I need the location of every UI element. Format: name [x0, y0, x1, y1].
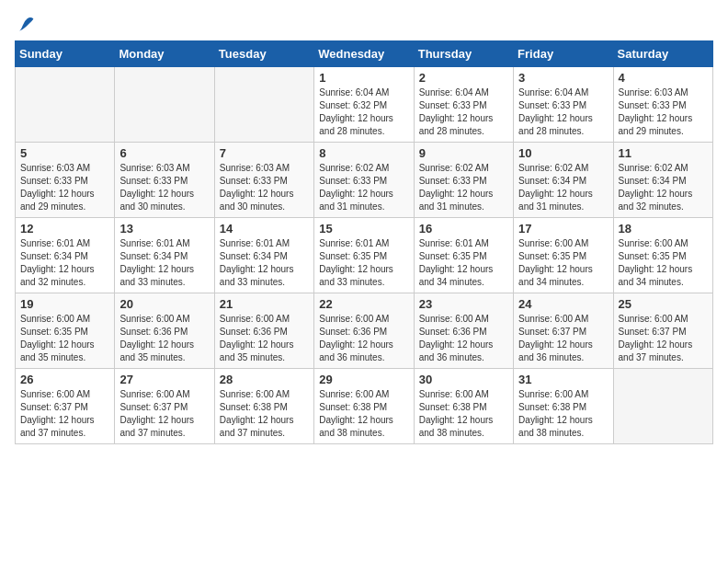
- calendar-cell: 10Sunrise: 6:02 AM Sunset: 6:34 PM Dayli…: [514, 143, 613, 218]
- day-number: 10: [518, 146, 608, 160]
- calendar-cell: [16, 67, 115, 143]
- day-number: 25: [619, 297, 708, 311]
- day-info: Sunrise: 6:01 AM Sunset: 6:35 PM Dayligh…: [419, 237, 508, 289]
- calendar-week-row: 26Sunrise: 6:00 AM Sunset: 6:37 PM Dayli…: [16, 369, 713, 444]
- day-number: 29: [319, 373, 408, 386]
- day-number: 17: [518, 222, 608, 236]
- day-info: Sunrise: 6:04 AM Sunset: 6:33 PM Dayligh…: [518, 86, 608, 138]
- day-number: 15: [319, 222, 408, 236]
- calendar-cell: 7Sunrise: 6:03 AM Sunset: 6:33 PM Daylig…: [214, 143, 313, 218]
- logo: [15, 15, 35, 33]
- day-info: Sunrise: 6:00 AM Sunset: 6:37 PM Dayligh…: [619, 313, 708, 364]
- day-info: Sunrise: 6:00 AM Sunset: 6:35 PM Dayligh…: [20, 313, 109, 364]
- day-info: Sunrise: 6:02 AM Sunset: 6:33 PM Dayligh…: [319, 162, 408, 213]
- day-number: 31: [518, 373, 608, 386]
- day-number: 24: [518, 297, 608, 311]
- day-number: 3: [518, 71, 608, 85]
- day-number: 18: [619, 222, 708, 236]
- calendar-cell: 17Sunrise: 6:00 AM Sunset: 6:35 PM Dayli…: [514, 218, 613, 293]
- day-number: 12: [20, 222, 109, 236]
- day-number: 28: [220, 373, 309, 386]
- calendar-cell: 1Sunrise: 6:04 AM Sunset: 6:32 PM Daylig…: [314, 67, 414, 143]
- day-of-week-header: Saturday: [613, 41, 712, 67]
- day-number: 16: [419, 222, 508, 236]
- page-header: [15, 15, 713, 33]
- calendar-cell: [214, 67, 313, 143]
- calendar-cell: 23Sunrise: 6:00 AM Sunset: 6:36 PM Dayli…: [414, 293, 513, 369]
- calendar-cell: 21Sunrise: 6:00 AM Sunset: 6:36 PM Dayli…: [214, 293, 313, 369]
- calendar-cell: 26Sunrise: 6:00 AM Sunset: 6:37 PM Dayli…: [16, 369, 115, 444]
- calendar-cell: 6Sunrise: 6:03 AM Sunset: 6:33 PM Daylig…: [115, 143, 214, 218]
- calendar-cell: 28Sunrise: 6:00 AM Sunset: 6:38 PM Dayli…: [214, 369, 313, 444]
- day-info: Sunrise: 6:00 AM Sunset: 6:38 PM Dayligh…: [419, 388, 508, 440]
- day-number: 23: [419, 297, 508, 311]
- day-of-week-header: Thursday: [414, 41, 513, 67]
- day-info: Sunrise: 6:02 AM Sunset: 6:34 PM Dayligh…: [619, 162, 708, 213]
- day-info: Sunrise: 6:00 AM Sunset: 6:38 PM Dayligh…: [220, 388, 309, 440]
- day-info: Sunrise: 6:00 AM Sunset: 6:37 PM Dayligh…: [20, 388, 109, 440]
- day-info: Sunrise: 6:01 AM Sunset: 6:34 PM Dayligh…: [220, 237, 309, 289]
- calendar-cell: 9Sunrise: 6:02 AM Sunset: 6:33 PM Daylig…: [414, 143, 513, 218]
- day-info: Sunrise: 6:00 AM Sunset: 6:36 PM Dayligh…: [419, 313, 508, 364]
- day-info: Sunrise: 6:00 AM Sunset: 6:36 PM Dayligh…: [220, 313, 309, 364]
- calendar-week-row: 5Sunrise: 6:03 AM Sunset: 6:33 PM Daylig…: [16, 143, 713, 218]
- day-info: Sunrise: 6:00 AM Sunset: 6:37 PM Dayligh…: [518, 313, 608, 364]
- calendar-cell: 19Sunrise: 6:00 AM Sunset: 6:35 PM Dayli…: [16, 293, 115, 369]
- day-info: Sunrise: 6:03 AM Sunset: 6:33 PM Dayligh…: [619, 86, 708, 138]
- calendar-cell: 27Sunrise: 6:00 AM Sunset: 6:37 PM Dayli…: [115, 369, 214, 444]
- day-number: 7: [220, 146, 309, 160]
- calendar-week-row: 19Sunrise: 6:00 AM Sunset: 6:35 PM Dayli…: [16, 293, 713, 369]
- day-of-week-header: Friday: [514, 41, 613, 67]
- calendar-cell: 13Sunrise: 6:01 AM Sunset: 6:34 PM Dayli…: [115, 218, 214, 293]
- day-of-week-header: Sunday: [16, 41, 115, 67]
- day-number: 22: [319, 297, 408, 311]
- day-number: 8: [319, 146, 408, 160]
- day-info: Sunrise: 6:03 AM Sunset: 6:33 PM Dayligh…: [119, 162, 209, 213]
- day-of-week-header: Tuesday: [214, 41, 313, 67]
- calendar-week-row: 1Sunrise: 6:04 AM Sunset: 6:32 PM Daylig…: [16, 67, 713, 143]
- day-number: 2: [419, 71, 508, 85]
- day-info: Sunrise: 6:00 AM Sunset: 6:35 PM Dayligh…: [518, 237, 608, 289]
- day-info: Sunrise: 6:03 AM Sunset: 6:33 PM Dayligh…: [220, 162, 309, 213]
- calendar-cell: 11Sunrise: 6:02 AM Sunset: 6:34 PM Dayli…: [613, 143, 712, 218]
- day-number: 26: [20, 373, 109, 386]
- day-info: Sunrise: 6:00 AM Sunset: 6:36 PM Dayligh…: [319, 313, 408, 364]
- calendar-cell: [613, 369, 712, 444]
- day-number: 11: [619, 146, 708, 160]
- calendar-cell: [115, 67, 214, 143]
- day-number: 14: [220, 222, 309, 236]
- calendar-cell: 30Sunrise: 6:00 AM Sunset: 6:38 PM Dayli…: [414, 369, 513, 444]
- calendar-cell: 12Sunrise: 6:01 AM Sunset: 6:34 PM Dayli…: [16, 218, 115, 293]
- calendar-cell: 15Sunrise: 6:01 AM Sunset: 6:35 PM Dayli…: [314, 218, 414, 293]
- calendar-cell: 14Sunrise: 6:01 AM Sunset: 6:34 PM Dayli…: [214, 218, 313, 293]
- day-number: 1: [319, 71, 408, 85]
- day-info: Sunrise: 6:01 AM Sunset: 6:35 PM Dayligh…: [319, 237, 408, 289]
- calendar-cell: 25Sunrise: 6:00 AM Sunset: 6:37 PM Dayli…: [613, 293, 712, 369]
- day-of-week-header: Wednesday: [314, 41, 414, 67]
- day-info: Sunrise: 6:00 AM Sunset: 6:38 PM Dayligh…: [518, 388, 608, 440]
- calendar-cell: 24Sunrise: 6:00 AM Sunset: 6:37 PM Dayli…: [514, 293, 613, 369]
- day-number: 5: [20, 146, 109, 160]
- calendar-cell: 2Sunrise: 6:04 AM Sunset: 6:33 PM Daylig…: [414, 67, 513, 143]
- calendar-cell: 22Sunrise: 6:00 AM Sunset: 6:36 PM Dayli…: [314, 293, 414, 369]
- calendar-cell: 29Sunrise: 6:00 AM Sunset: 6:38 PM Dayli…: [314, 369, 414, 444]
- logo-bird-icon: [17, 15, 35, 33]
- day-of-week-header: Monday: [115, 41, 214, 67]
- day-info: Sunrise: 6:01 AM Sunset: 6:34 PM Dayligh…: [119, 237, 209, 289]
- calendar-cell: 18Sunrise: 6:00 AM Sunset: 6:35 PM Dayli…: [613, 218, 712, 293]
- calendar-cell: 3Sunrise: 6:04 AM Sunset: 6:33 PM Daylig…: [514, 67, 613, 143]
- calendar-cell: 4Sunrise: 6:03 AM Sunset: 6:33 PM Daylig…: [613, 67, 712, 143]
- day-info: Sunrise: 6:04 AM Sunset: 6:33 PM Dayligh…: [419, 86, 508, 138]
- day-number: 30: [419, 373, 508, 386]
- day-info: Sunrise: 6:00 AM Sunset: 6:38 PM Dayligh…: [319, 388, 408, 440]
- calendar-cell: 16Sunrise: 6:01 AM Sunset: 6:35 PM Dayli…: [414, 218, 513, 293]
- day-number: 19: [20, 297, 109, 311]
- calendar-table: SundayMondayTuesdayWednesdayThursdayFrid…: [15, 40, 713, 444]
- calendar-header-row: SundayMondayTuesdayWednesdayThursdayFrid…: [16, 41, 713, 67]
- day-info: Sunrise: 6:00 AM Sunset: 6:37 PM Dayligh…: [119, 388, 209, 440]
- calendar-cell: 31Sunrise: 6:00 AM Sunset: 6:38 PM Dayli…: [514, 369, 613, 444]
- day-info: Sunrise: 6:04 AM Sunset: 6:32 PM Dayligh…: [319, 86, 408, 138]
- day-info: Sunrise: 6:03 AM Sunset: 6:33 PM Dayligh…: [20, 162, 109, 213]
- day-number: 13: [119, 222, 209, 236]
- calendar-cell: 5Sunrise: 6:03 AM Sunset: 6:33 PM Daylig…: [16, 143, 115, 218]
